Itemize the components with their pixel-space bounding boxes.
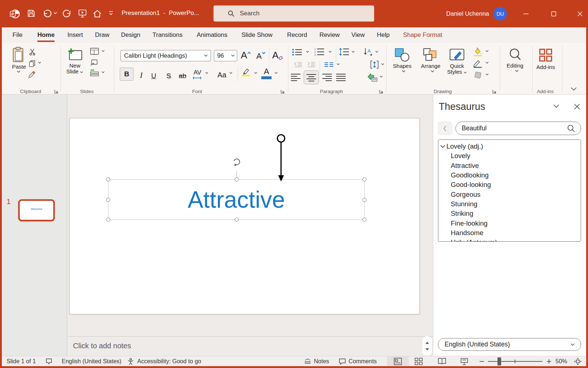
start-slideshow-icon[interactable]: [78, 9, 87, 19]
view-normal-button[interactable]: [387, 356, 409, 367]
tab-review[interactable]: Review: [318, 27, 341, 43]
zoom-out-button[interactable]: [479, 356, 485, 367]
underline-button[interactable]: U: [148, 68, 159, 80]
columns-dropdown-icon[interactable]: [337, 63, 340, 65]
list-item[interactable]: Ugly (Antonym): [438, 238, 581, 242]
line-spacing-icon[interactable]: [339, 47, 349, 56]
resize-handle-bottom-left[interactable]: [106, 218, 110, 222]
bold-button[interactable]: B: [120, 68, 134, 81]
list-item[interactable]: Striking: [438, 209, 581, 218]
font-dialog-launcher[interactable]: [280, 89, 285, 94]
italic-button[interactable]: I: [137, 68, 146, 80]
zoom-slider-track[interactable]: [488, 361, 542, 362]
view-slideshow-button[interactable]: [460, 356, 468, 367]
reset-slide-icon[interactable]: [90, 58, 99, 66]
list-item[interactable]: Stunning: [438, 199, 581, 209]
section-dropdown-icon[interactable]: [101, 71, 105, 73]
columns-icon[interactable]: [324, 62, 334, 67]
scroll-down-icon[interactable]: [425, 348, 430, 351]
search-box[interactable]: Search: [214, 5, 374, 22]
accessibility-status[interactable]: Accessibility: Good to go: [137, 356, 201, 367]
quick-styles-button[interactable]: QuickStyles: [449, 47, 467, 75]
addins-button[interactable]: Add-ins: [539, 48, 557, 70]
collapse-ribbon-icon[interactable]: [570, 87, 577, 92]
drawing-dialog-launcher[interactable]: [492, 89, 497, 94]
undo-icon[interactable]: [42, 9, 52, 19]
view-reading-button[interactable]: [438, 356, 446, 367]
clear-formatting-button[interactable]: A: [272, 49, 284, 61]
arrange-button[interactable]: Arrange: [423, 47, 442, 73]
highlight-color-button[interactable]: [241, 68, 251, 76]
resize-handle-top-left[interactable]: [106, 177, 110, 181]
shape-outline-dropdown-icon[interactable]: [485, 62, 489, 64]
tab-shape-format[interactable]: Shape Format: [400, 27, 445, 43]
notes-button[interactable]: Notes: [304, 356, 329, 367]
character-spacing-button[interactable]: AV: [192, 67, 203, 76]
quick-access-customize-icon[interactable]: [108, 11, 118, 21]
zoom-slider-thumb[interactable]: [497, 357, 501, 365]
tab-home[interactable]: Home: [35, 27, 57, 43]
title-text-box[interactable]: Attractive: [108, 179, 365, 220]
tab-slide-show[interactable]: Slide Show: [239, 27, 274, 43]
slide-layout-icon[interactable]: [90, 48, 99, 55]
zoom-level[interactable]: 50%: [556, 356, 567, 367]
thesaurus-search-box[interactable]: Beautiful: [456, 122, 581, 135]
grow-font-button[interactable]: A: [240, 49, 252, 61]
cut-icon[interactable]: [28, 48, 36, 56]
line-spacing-dropdown-icon[interactable]: [351, 51, 355, 53]
text-direction-icon[interactable]: A: [364, 47, 373, 56]
list-item[interactable]: Handsome: [438, 228, 581, 238]
numbering-dropdown-icon[interactable]: [328, 51, 332, 53]
list-item[interactable]: Good-looking: [438, 180, 581, 189]
list-item[interactable]: Gorgeous: [438, 189, 581, 199]
shape-fill-icon[interactable]: [473, 47, 483, 56]
notes-divider[interactable]: [68, 336, 433, 337]
layout-dropdown-icon[interactable]: [101, 50, 105, 52]
tab-view[interactable]: View: [350, 27, 366, 43]
resize-handle-bottom-center[interactable]: [235, 218, 239, 222]
copy-icon[interactable]: [28, 60, 36, 68]
spell-check-icon[interactable]: [45, 356, 53, 367]
font-size-combo[interactable]: 96: [214, 50, 237, 61]
tab-animations[interactable]: Animations: [194, 27, 230, 43]
thesaurus-search-icon[interactable]: [567, 124, 576, 133]
avatar[interactable]: DU: [493, 7, 507, 20]
status-language[interactable]: English (United States): [62, 356, 122, 367]
tab-design[interactable]: Design: [120, 27, 142, 43]
home-icon[interactable]: [92, 9, 102, 19]
change-case-dropdown-icon[interactable]: [229, 72, 232, 74]
maximize-button[interactable]: [545, 8, 562, 20]
tab-file[interactable]: File: [10, 27, 25, 43]
paragraph-dialog-launcher[interactable]: [379, 89, 384, 94]
minimize-button[interactable]: [518, 8, 534, 20]
align-text-dropdown-icon[interactable]: [381, 63, 384, 65]
view-slide-sorter-button[interactable]: [415, 356, 423, 367]
align-text-icon[interactable]: [370, 60, 379, 69]
shrink-font-button[interactable]: A: [255, 49, 266, 61]
resize-handle-middle-left[interactable]: [106, 198, 110, 202]
smartart-dropdown-icon[interactable]: [380, 76, 383, 78]
copy-dropdown-icon[interactable]: [38, 62, 41, 64]
paste-button[interactable]: Paste: [12, 47, 25, 73]
font-color-button[interactable]: A: [261, 68, 272, 76]
slide-title-text[interactable]: Attractive: [188, 186, 285, 213]
list-item-header[interactable]: Lovely (adj.): [438, 142, 581, 151]
shapes-button[interactable]: Shapes: [394, 47, 413, 73]
tab-draw[interactable]: Draw: [93, 27, 111, 43]
tab-insert[interactable]: Insert: [66, 27, 85, 43]
change-case-button[interactable]: Aa: [216, 68, 228, 79]
undo-dropdown-icon[interactable]: [53, 12, 63, 22]
pane-options-icon[interactable]: [553, 104, 560, 109]
bullets-icon[interactable]: [292, 48, 302, 56]
tab-help[interactable]: Help: [375, 27, 391, 43]
new-slide-button[interactable]: NewSlide: [67, 47, 85, 74]
font-name-combo[interactable]: Calibri Light (Headings): [120, 50, 211, 61]
highlight-dropdown-icon[interactable]: [254, 72, 257, 74]
scroll-up-icon[interactable]: [425, 341, 430, 345]
user-name[interactable]: Daniel Uchenna: [446, 10, 489, 17]
pane-close-icon[interactable]: [574, 103, 580, 110]
rotate-handle[interactable]: [230, 157, 243, 179]
list-item[interactable]: Fine-looking: [438, 218, 581, 228]
zoom-in-button[interactable]: [546, 356, 552, 367]
text-shadow-button[interactable]: S: [164, 68, 174, 80]
